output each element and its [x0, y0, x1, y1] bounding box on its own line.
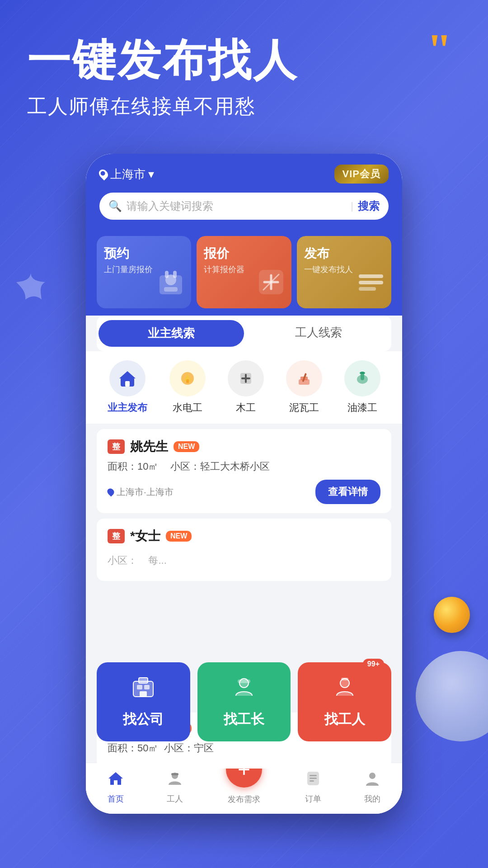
svg-rect-41: [310, 778, 317, 779]
svg-rect-28: [139, 678, 148, 683]
nav-workers[interactable]: 工人: [167, 770, 183, 804]
cat-label-painter: 油漆工: [347, 401, 377, 415]
svg-rect-14: [125, 381, 130, 387]
svg-rect-31: [140, 691, 147, 697]
find-company-button[interactable]: 找公司: [97, 662, 190, 741]
listing-2-new-badge: NEW: [166, 531, 192, 542]
location-pin-icon: [106, 487, 115, 496]
svg-rect-38: [171, 773, 178, 775]
tab-owner-leads[interactable]: 业主线索: [99, 320, 244, 347]
detail-button-1[interactable]: 查看详情: [315, 480, 380, 504]
tabs-container: 业主线索 工人线索: [97, 316, 391, 351]
action-card-publish[interactable]: 发布 一键发布找人: [297, 236, 391, 308]
find-worker-label: 找工人: [324, 710, 365, 729]
hero-subtitle: 工人师傅在线接单不用愁: [27, 93, 461, 120]
action-card-appointment[interactable]: 预约 上门量房报价: [97, 236, 191, 308]
white-ball-decoration: [416, 651, 488, 741]
svg-rect-20: [245, 374, 247, 383]
svg-rect-33: [238, 679, 250, 683]
orders-nav-icon: [305, 770, 321, 791]
find-worker-icon: [333, 675, 357, 704]
listing-card-2: 整 *女士 NEW 小区： 每...: [97, 519, 391, 581]
search-button[interactable]: 搜索: [358, 199, 380, 213]
svg-rect-30: [144, 685, 150, 689]
notification-badge: 99+: [363, 659, 384, 670]
home-nav-icon: [108, 770, 124, 791]
search-input-placeholder[interactable]: 请输入关键词搜索: [127, 199, 346, 213]
cat-label-carpenter: 木工: [236, 401, 256, 415]
listing-1-footer: 上海市·上海市 查看详情: [108, 480, 380, 504]
svg-rect-40: [310, 775, 317, 776]
phone-mockup: 上海市 ▾ VIP会员 🔍 请输入关键词搜索 | 搜索 预约 上: [86, 154, 402, 823]
action-card-title-1: 预约: [104, 245, 184, 262]
tab-worker-leads[interactable]: 工人线索: [246, 316, 391, 351]
cat-label-owner: 业主发布: [108, 401, 147, 415]
svg-rect-35: [341, 678, 348, 680]
nav-orders-label: 订单: [305, 793, 321, 804]
vip-badge[interactable]: VIP会员: [334, 165, 389, 184]
find-worker-button[interactable]: 找工人: [298, 662, 391, 741]
search-icon: 🔍: [108, 200, 122, 212]
find-foreman-button[interactable]: 找工长: [197, 662, 291, 741]
listing-1-tag: 整: [108, 439, 125, 454]
cat-icon-painter: [344, 360, 380, 396]
listing-card-1: 整 姚先生 NEW 面积：10㎡ 小区：轻工大木桥小区 上海市·上海市 查看详情: [97, 429, 391, 513]
action-card-icon-1: [155, 266, 187, 304]
listing-1-new-badge: NEW: [174, 441, 199, 452]
action-card-title-2: 报价: [204, 245, 284, 262]
action-card-icon-3: [355, 266, 387, 304]
nav-workers-label: 工人: [167, 793, 183, 804]
svg-rect-17: [186, 379, 189, 383]
overlay-action-buttons: 找公司 找工长: [97, 662, 391, 741]
workers-nav-icon: [167, 770, 183, 791]
find-foreman-label: 找工长: [224, 710, 264, 729]
location-selector[interactable]: 上海市 ▾: [99, 166, 154, 182]
svg-point-43: [369, 773, 375, 779]
quote-icon: ": [427, 27, 452, 72]
find-company-label: 找公司: [123, 710, 164, 729]
cat-icon-plumber: [169, 360, 206, 396]
hero-title: 一键发布找人: [27, 36, 461, 84]
category-mason[interactable]: 泥瓦工: [286, 360, 322, 415]
search-divider: |: [351, 200, 353, 212]
action-card-title-3: 发布: [304, 245, 384, 262]
listing-2-content-blur: 小区： 每...: [108, 549, 380, 572]
nav-orders[interactable]: 订单: [305, 770, 321, 804]
listing-2-header: 整 *女士 NEW: [108, 528, 380, 545]
svg-rect-42: [310, 780, 314, 782]
svg-rect-2: [164, 287, 178, 292]
cat-icon-owner: [109, 360, 145, 396]
svg-marker-36: [108, 772, 123, 785]
listing-1-header: 整 姚先生 NEW: [108, 438, 380, 455]
listing-1-location: 上海市·上海市: [108, 486, 174, 498]
category-owner-publish[interactable]: 业主发布: [108, 360, 147, 415]
svg-rect-9: [359, 274, 383, 278]
listing-2-tag: 整: [108, 529, 125, 543]
location-arrow: ▾: [148, 167, 154, 181]
svg-rect-11: [359, 287, 376, 291]
listing-1-name: 姚先生: [130, 438, 168, 455]
svg-rect-4: [173, 271, 177, 278]
search-bar-wrapper: 🔍 请输入关键词搜索 | 搜索: [86, 193, 402, 229]
nav-home[interactable]: 首页: [108, 770, 124, 804]
nav-publish[interactable]: + 发布需求: [226, 765, 262, 805]
category-plumber[interactable]: 水电工: [169, 360, 206, 415]
category-carpenter[interactable]: 木工: [228, 360, 264, 415]
svg-point-26: [360, 372, 365, 374]
action-cards-row: 预约 上门量房报价 报价 计算报价器: [86, 229, 402, 316]
bottom-nav: 首页 工人 + 发布需求: [86, 763, 402, 814]
cat-label-mason: 泥瓦工: [289, 401, 319, 415]
find-foreman-icon: [232, 675, 256, 704]
listing-2-name: *女士: [130, 528, 160, 545]
search-bar[interactable]: 🔍 请输入关键词搜索 | 搜索: [99, 193, 389, 220]
action-card-quote[interactable]: 报价 计算报价器: [197, 236, 291, 308]
location-label: 上海市: [110, 166, 145, 182]
gold-ball-decoration: [434, 597, 470, 633]
profile-nav-icon: [364, 770, 380, 791]
nav-profile[interactable]: 我的: [364, 770, 380, 804]
phone-topbar: 上海市 ▾ VIP会员: [86, 154, 402, 193]
nav-home-label: 首页: [108, 793, 124, 804]
phone-screen: 上海市 ▾ VIP会员 🔍 请输入关键词搜索 | 搜索 预约 上: [86, 154, 402, 814]
category-painter[interactable]: 油漆工: [344, 360, 380, 415]
cat-icon-carpenter: [228, 360, 264, 396]
